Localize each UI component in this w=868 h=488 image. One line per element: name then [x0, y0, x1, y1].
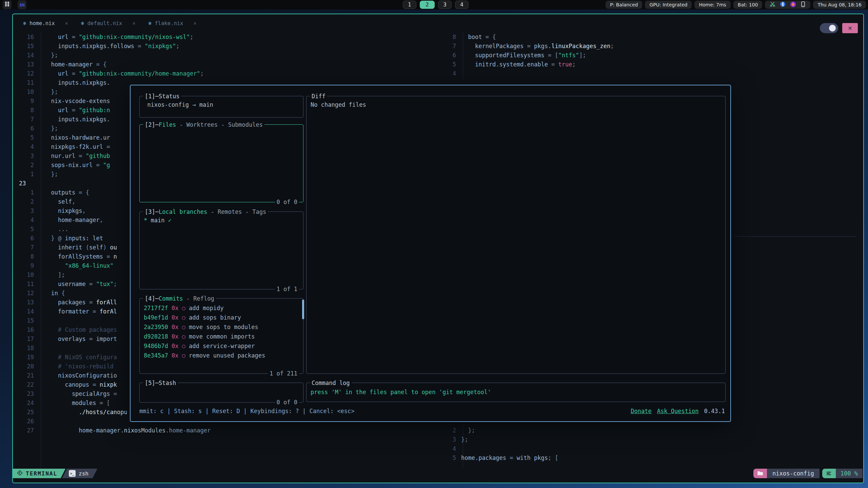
- commit-message: add mopidy: [185, 305, 224, 311]
- commit-hash: 9486b7d: [144, 343, 168, 349]
- shell-tab[interactable]: >_ zsh: [62, 469, 97, 478]
- lazygit-files-panel[interactable]: [2]─Files - Worktrees - Submodules 0 of …: [139, 124, 303, 202]
- code-text: initrd.systemd.enable = true;: [456, 60, 576, 69]
- code-text: url = "github:nix-community/home-manager…: [34, 69, 204, 78]
- code-text: } @ inputs: let: [34, 234, 103, 243]
- version-label: 0.43.1: [704, 408, 725, 414]
- code-row: 3 nur.url = "github: [14, 151, 110, 161]
- code-row: 12 in {: [14, 289, 65, 298]
- code-text: inputs.nixpkgs.follows = "nixpkgs";: [34, 42, 179, 51]
- code-text: # NixOS configura: [34, 353, 117, 362]
- line-number: 2: [436, 426, 456, 435]
- line-number: 22: [14, 380, 34, 389]
- workspace-1[interactable]: 1: [403, 1, 416, 9]
- line-number: 5: [14, 225, 34, 234]
- lazygit-links: DonateAsk Question0.43.1: [631, 408, 725, 414]
- tab-close-icon[interactable]: ×: [132, 20, 135, 26]
- window-close-button[interactable]: ×: [842, 23, 858, 33]
- lazygit-branches-panel[interactable]: [3]─Local branches - Remotes - Tags * ma…: [139, 211, 303, 289]
- lazygit-stash-panel[interactable]: [5]─Stash 0 of 0: [139, 383, 303, 403]
- device-phone-icon[interactable]: [801, 1, 806, 8]
- bluetooth-icon[interactable]: [780, 1, 786, 8]
- line-number: 9: [14, 261, 34, 270]
- line-number: 7: [436, 42, 456, 51]
- clock-label: Thu Aug 08, 18:16: [817, 2, 862, 7]
- code-row: 10 };: [14, 87, 58, 97]
- nix-snowflake-icon: ❄: [148, 20, 151, 26]
- lazygit-commits-panel[interactable]: [4]─Commits - Reflog 2717f2f 0x ○ add mo…: [139, 298, 303, 374]
- commit-row[interactable]: d920218 0x ○ move common imports: [144, 332, 255, 341]
- pill-bat: Bat: 100: [733, 1, 763, 9]
- vim-icon: V: [17, 470, 23, 477]
- lazygit-command-log-panel[interactable]: Command log press 'M' in the files panel…: [306, 383, 726, 402]
- code-text: nix-vscode-extens: [34, 97, 110, 106]
- tab-home.nix[interactable]: ❄home.nix×: [23, 20, 68, 26]
- line-number: 19: [14, 353, 34, 362]
- commit-author: 0x: [168, 343, 182, 349]
- code-row: 27 home-manager.nixosModules.home-manage…: [14, 426, 211, 435]
- workspace-3[interactable]: 3: [438, 1, 452, 9]
- branches-count: 1 of 1: [275, 285, 299, 293]
- code-row: 25 ./hosts/canopus: [14, 408, 131, 417]
- app-launcher-button[interactable]: [3, 0, 12, 9]
- tab-close-icon[interactable]: ×: [193, 20, 196, 26]
- line-number: 16: [14, 33, 34, 42]
- commit-node-icon: ○: [182, 343, 185, 349]
- desktop: $N 1234 P: BalancedGPU: IntegratedHome: …: [0, 0, 868, 488]
- tab-default.nix[interactable]: ❄default.nix×: [81, 20, 136, 26]
- code-row: 6 } @ inputs: let: [14, 234, 103, 243]
- line-number: 26: [14, 417, 34, 426]
- lazygit-diff-panel[interactable]: Diff No changed files: [306, 96, 726, 374]
- scroll-position-segment: 100 %: [836, 469, 863, 478]
- link-ask-question[interactable]: Ask Question: [657, 408, 699, 414]
- lazygit-floating-pane[interactable]: [1]─Status nixos-config → main [2]─Files…: [130, 85, 731, 422]
- code-row: 1 };: [14, 170, 58, 179]
- branches-panel-title: [3]─Local branches - Remotes - Tags: [143, 207, 268, 216]
- link-donate[interactable]: Donate: [631, 408, 651, 414]
- commit-row[interactable]: b49ef1d 0x ○ add sops binary: [144, 313, 241, 322]
- tab-label: home.nix: [29, 20, 55, 26]
- commit-hash: 8e345a7: [144, 352, 168, 359]
- notification-flame-icon[interactable]: [790, 1, 796, 8]
- commit-row[interactable]: 2a23950 0x ○ move sops to modules: [144, 322, 258, 332]
- code-text: nixpkgs,: [34, 206, 86, 216]
- commit-row[interactable]: 9486b7d 0x ○ add service-wrapper: [144, 341, 255, 351]
- line-number: 6: [14, 234, 34, 243]
- code-text: home-manager.nixosModules.home-manager: [34, 426, 211, 435]
- commit-row[interactable]: 2717f2f 0x ○ add mopidy: [144, 303, 223, 313]
- nix-snowflake-icon: ❄: [23, 20, 26, 26]
- workspace-4[interactable]: 4: [455, 1, 469, 9]
- pane-toggle-button[interactable]: [820, 23, 838, 33]
- folder-icon: [757, 470, 763, 477]
- tab-close-icon[interactable]: ×: [65, 20, 68, 26]
- branch-row[interactable]: * main ✓: [144, 217, 172, 224]
- code-text: modules = [: [34, 399, 110, 408]
- code-text: ...: [34, 225, 68, 234]
- code-row: 7 inherit (self) ou: [14, 243, 117, 252]
- mode-segment[interactable]: V TERMINAL: [13, 469, 65, 478]
- line-number: 13: [14, 60, 34, 69]
- code-text: formatter = forAl: [34, 307, 117, 316]
- top-status-bar: $N 1234 P: BalancedGPU: IntegratedHome: …: [0, 0, 868, 9]
- repo-branch-status: nixos-config → main: [144, 101, 213, 108]
- lazygit-status-panel[interactable]: [1]─Status nixos-config → main: [139, 96, 303, 118]
- line-number: 4: [436, 444, 456, 453]
- commit-node-icon: ○: [182, 333, 185, 340]
- code-row: 5 initrd.systemd.enable = true;: [436, 60, 576, 69]
- line-number: 1: [14, 188, 34, 197]
- commit-message: add sops binary: [185, 314, 241, 321]
- toggle-knob-icon: [829, 25, 836, 32]
- line-number: 11: [14, 78, 34, 87]
- code-row: 9 nix-vscode-extens: [14, 97, 110, 106]
- line-number: 3: [14, 151, 34, 161]
- code-row: 11 username = "tux";: [14, 280, 117, 289]
- code-text: home-manager,: [34, 216, 103, 225]
- commit-row[interactable]: 8e345a7 0x ○ remove unused packages: [144, 351, 265, 360]
- code-row: 14 formatter = forAl: [14, 307, 117, 316]
- commits-scrollbar[interactable]: [302, 300, 304, 319]
- commit-hash: 2717f2f: [144, 305, 168, 311]
- scissors-icon[interactable]: [770, 1, 775, 8]
- tab-flake.nix[interactable]: ❄flake.nix×: [148, 20, 196, 26]
- workspace-2[interactable]: 2: [420, 1, 435, 9]
- code-text: url = "github:n: [34, 106, 110, 115]
